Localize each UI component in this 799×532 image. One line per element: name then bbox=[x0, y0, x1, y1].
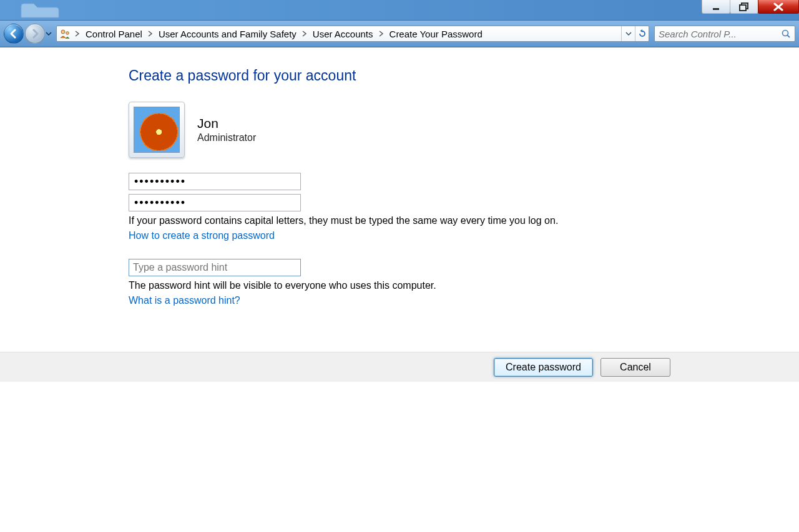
explorer-ghost-icon bbox=[19, 0, 62, 20]
user-summary: Jon Administrator bbox=[129, 102, 678, 158]
svg-point-4 bbox=[66, 32, 69, 35]
refresh-button[interactable] bbox=[635, 26, 649, 41]
breadcrumb-item[interactable]: Create Your Password bbox=[386, 29, 486, 39]
svg-point-5 bbox=[783, 31, 788, 36]
search-placeholder: Search Control P... bbox=[659, 29, 778, 39]
svg-rect-2 bbox=[740, 5, 746, 11]
new-password-field[interactable] bbox=[129, 173, 301, 190]
strong-password-help-link[interactable]: How to create a strong password bbox=[129, 230, 275, 241]
maximize-button[interactable] bbox=[730, 0, 758, 14]
search-icon bbox=[781, 29, 791, 39]
svg-line-6 bbox=[788, 36, 790, 38]
back-button[interactable] bbox=[4, 24, 24, 44]
page-title: Create a password for your account bbox=[129, 67, 678, 84]
chevron-right-icon[interactable] bbox=[73, 26, 82, 41]
chevron-right-icon[interactable] bbox=[146, 26, 155, 41]
breadcrumb-item[interactable]: User Accounts bbox=[309, 29, 377, 39]
user-role: Administrator bbox=[197, 132, 256, 143]
user-name: Jon bbox=[197, 116, 256, 131]
password-hint-help-link[interactable]: What is a password hint? bbox=[129, 295, 240, 306]
hint-visibility-note: The password hint will be visible to eve… bbox=[129, 280, 678, 291]
nav-history-dropdown[interactable] bbox=[45, 24, 52, 44]
nav-row: Control Panel User Accounts and Family S… bbox=[0, 20, 799, 47]
user-accounts-icon bbox=[58, 27, 72, 41]
minimize-button[interactable] bbox=[702, 0, 730, 14]
chevron-right-icon[interactable] bbox=[377, 26, 386, 41]
dialog-button-bar: Create password Cancel bbox=[0, 352, 799, 382]
caps-warning: If your password contains capital letter… bbox=[129, 215, 678, 226]
avatar-image bbox=[134, 107, 180, 153]
cancel-button[interactable]: Cancel bbox=[600, 358, 670, 377]
confirm-password-field[interactable] bbox=[129, 194, 301, 211]
breadcrumb-item[interactable]: User Accounts and Family Safety bbox=[155, 29, 300, 39]
search-input[interactable]: Search Control P... bbox=[654, 26, 795, 42]
svg-point-3 bbox=[61, 30, 65, 34]
address-bar[interactable]: Control Panel User Accounts and Family S… bbox=[56, 26, 649, 42]
password-hint-field[interactable] bbox=[129, 259, 301, 276]
avatar bbox=[129, 102, 185, 158]
forward-button[interactable] bbox=[25, 24, 45, 44]
close-button[interactable] bbox=[758, 0, 799, 14]
breadcrumb-item[interactable]: Control Panel bbox=[82, 29, 146, 39]
address-dropdown-button[interactable] bbox=[621, 26, 635, 41]
create-password-button[interactable]: Create password bbox=[494, 358, 593, 377]
window-titlebar bbox=[0, 0, 799, 20]
svg-rect-0 bbox=[713, 8, 719, 10]
chevron-right-icon[interactable] bbox=[300, 26, 309, 41]
